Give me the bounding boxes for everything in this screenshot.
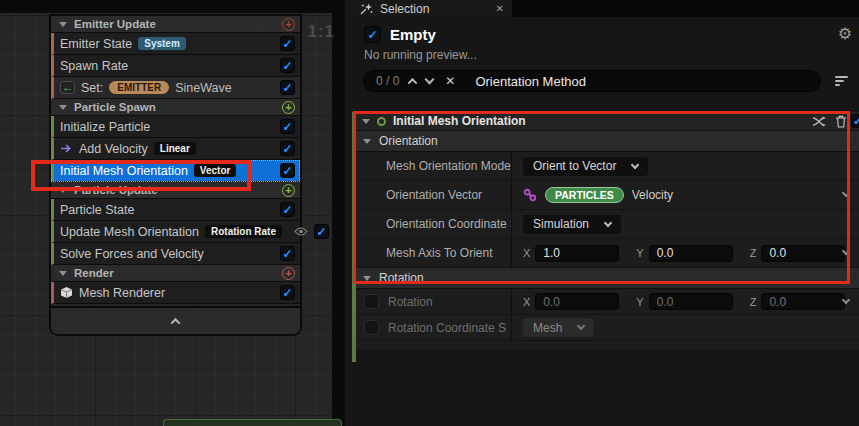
chevron-down-icon [631,160,639,168]
property-label-cell: Rotation Coordinate S [356,315,512,340]
wand-sparkle-icon [360,3,373,15]
stack-module-initial-mesh-orientation[interactable]: Initial Mesh OrientationVector✓ [51,160,300,182]
module-type-icon [377,117,386,126]
dropdown-orient-to-vector[interactable]: Orient to Vector [523,157,648,176]
category-row-orientation[interactable]: Orientation [356,131,859,152]
module-enabled-checkbox[interactable]: ✓ [280,80,295,95]
dropdown-value: Orient to Vector [533,159,616,173]
module-enabled-checkbox[interactable]: ✓ [280,202,295,217]
collapse-triangle-icon [363,139,371,144]
namespace-badge: PARTICLES [545,187,624,203]
collapse-triangle-icon[interactable] [362,119,370,124]
parameter-value: Velocity [632,188,673,202]
check-mark: ✓ [282,204,292,216]
add-module-icon[interactable]: + [282,101,295,114]
module-enabled-checkbox[interactable]: ✓ [280,285,295,300]
check-mark: ✓ [282,82,292,94]
stack-module-label: Solve Forces and Velocity [60,247,204,261]
stack-header-label: Particle Update [74,184,275,196]
add-module-icon[interactable]: + [282,184,295,197]
search-clear-icon[interactable]: ✕ [445,74,455,88]
search-result-count: 0 / 0 [376,74,399,88]
vector-z-input[interactable]: 0.0 [761,293,845,310]
property-label: Mesh Orientation Mode [386,159,511,173]
graph-viewport: Zoom 1:1 Emitter Update+Emitter StateSys… [0,0,345,426]
stack-module-spawn-rate[interactable]: Spawn Rate✓ [51,55,300,77]
module-details-header[interactable]: Initial Mesh Orientation ✓ [356,112,859,131]
property-value-cell: X0.0Y0.0Z0.0 [512,289,859,314]
dropdown-value: Mesh [533,321,562,335]
check-mark: ✓ [282,165,292,177]
stack-header-label: Render [74,267,275,279]
stack-module-emitter-state[interactable]: Emitter StateSystem✓ [51,33,300,55]
axis-x: X1.0 [523,245,619,262]
stack-module-label: Emitter State [60,37,132,51]
stack-module-label: Set: [81,81,103,95]
check-mark: ✓ [316,226,326,238]
module-enabled-checkbox[interactable]: ✓ [851,114,859,129]
add-module-icon[interactable]: + [282,18,295,31]
chevron-up-icon [171,317,181,327]
set-arrow-icon: ← [60,81,75,94]
module-enabled-checkbox[interactable]: ✓ [314,224,329,239]
category-row-rotation[interactable]: Rotation [356,268,859,289]
vector-y-input[interactable]: 0.0 [649,293,733,310]
chevron-down-icon[interactable] [842,189,850,197]
tab-close-icon[interactable]: ✕ [496,3,504,14]
trash-icon[interactable] [835,115,847,128]
stack-module-mesh-renderer[interactable]: Mesh Renderer✓ [51,282,300,304]
search-input[interactable]: 0 / 0 ✕ Orientation Method [363,70,821,92]
vector-y-input[interactable]: 0.0 [649,245,733,262]
axis-letter: X [523,296,530,308]
tab-selection[interactable]: Selection ✕ [352,0,512,17]
axis-letter: X [523,247,530,259]
module-enabled-checkbox[interactable]: ✓ [280,246,295,261]
module-enabled-checkbox[interactable]: ✓ [280,36,295,51]
check-mark: ✓ [282,121,292,133]
property-override-checkbox[interactable] [364,320,379,335]
module-enabled-checkbox[interactable]: ✓ [280,119,295,134]
search-prev-icon[interactable] [408,77,418,87]
stack-module-value: SineWave [175,81,232,95]
stack-header-label: Emitter Update [74,18,275,30]
filter-icon[interactable] [835,76,848,86]
badge-system: System [138,37,186,50]
search-next-icon[interactable] [425,75,435,85]
stack-module-label: Spawn Rate [60,59,128,73]
property-label: Rotation Coordinate S [388,321,506,335]
stack-module-update-mesh-orientation[interactable]: Update Mesh OrientationRotation Rate✓ [51,221,300,243]
comment-box-edge [163,419,342,426]
vector-z-input[interactable]: 0.0 [761,245,845,262]
stack-header-particle-update[interactable]: Particle Update+ [51,182,300,199]
dropdown-simulation[interactable]: Simulation [523,215,621,234]
module-enabled-checkbox[interactable]: ✓ [280,163,295,178]
emitter-title: Empty [390,26,436,43]
stack-module-initialize-particle[interactable]: Initialize Particle✓ [51,116,300,138]
module-enabled-checkbox[interactable]: ✓ [280,141,295,156]
collapse-triangle-icon [59,22,67,27]
stack-module-particle-state[interactable]: Particle State✓ [51,199,300,221]
stack-module-solve-forces-and-velocity[interactable]: Solve Forces and Velocity✓ [51,243,300,265]
vector-value: 1.0 [543,246,560,260]
dropdown-mesh[interactable]: Mesh [523,318,594,337]
module-enabled-checkbox[interactable]: ✓ [280,58,295,73]
property-override-checkbox[interactable] [364,294,379,309]
vector-x-input[interactable]: 1.0 [535,245,619,262]
shuffle-versions-icon[interactable] [812,116,827,127]
emitter-enabled-checkbox[interactable]: ✓ [364,26,381,43]
stack-header-emitter-update[interactable]: Emitter Update+ [51,16,300,33]
property-label-cell: Rotation [356,289,512,314]
gear-icon[interactable]: ⚙ [838,26,852,42]
stack-module-set[interactable]: ←Set:EMITTERSineWave✓ [51,77,300,99]
niagara-editor-window: Zoom 1:1 Emitter Update+Emitter StateSys… [0,0,859,426]
stack-module-add-velocity[interactable]: Add VelocityLinear✓ [51,138,300,160]
stack-header-particle-spawn[interactable]: Particle Spawn+ [51,99,300,116]
property-value-cell: PARTICLESVelocity [512,181,859,209]
vector-x-input[interactable]: 0.0 [535,293,619,310]
cube-icon [60,286,73,299]
stack-collapse-footer[interactable] [51,306,300,334]
stack-header-render[interactable]: Render+ [51,265,300,282]
axis-y: Y0.0 [636,293,732,310]
collapse-triangle-icon [59,105,67,110]
add-module-icon[interactable]: + [282,267,295,280]
